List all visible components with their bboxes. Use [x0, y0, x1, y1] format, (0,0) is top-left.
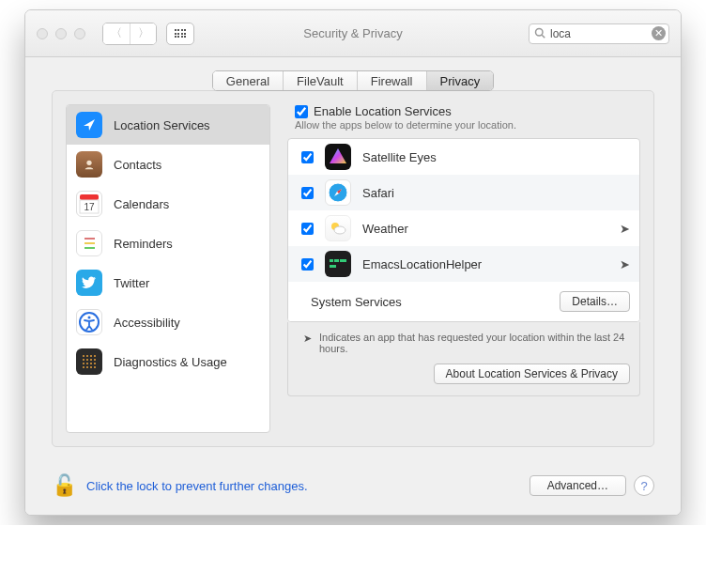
enable-location-subtext: Allow the apps below to determine your l…	[287, 119, 640, 138]
tabs: General FileVault Firewall Privacy	[52, 70, 654, 91]
svg-point-14	[94, 355, 96, 357]
about-button[interactable]: About Location Services & Privacy	[434, 364, 630, 384]
details-button[interactable]: Details…	[560, 291, 630, 312]
advanced-button[interactable]: Advanced…	[530, 475, 626, 496]
forward-button[interactable]: 〉	[130, 23, 156, 44]
grid-icon	[175, 29, 187, 38]
close-button[interactable]	[37, 28, 48, 39]
sidebar-item-location-services[interactable]: Location Services	[67, 105, 269, 145]
sidebar-item-diagnostics[interactable]: Diagnostics & Usage	[67, 342, 269, 381]
enable-location-row: Enable Location Services	[287, 104, 640, 119]
sidebar-item-reminders[interactable]: Reminders	[67, 224, 269, 263]
svg-point-15	[83, 359, 84, 361]
footer: 🔓 Click the lock to prevent further chan…	[25, 464, 681, 515]
safari-icon	[325, 179, 351, 206]
sidebar-item-label: Calendars	[114, 197, 169, 211]
clear-search-button[interactable]: ✕	[652, 26, 666, 40]
system-services-row: System Services Details…	[288, 282, 639, 321]
sidebar-item-label: Twitter	[114, 276, 149, 290]
search-field-wrap: ✕	[529, 23, 669, 44]
app-list: Satellite Eyes Safari We	[287, 138, 640, 322]
location-arrow-icon: ➤	[620, 257, 630, 271]
svg-point-2	[86, 161, 91, 165]
tab-filevault[interactable]: FileVault	[283, 71, 357, 90]
sidebar-item-accessibility[interactable]: Accessibility	[67, 302, 269, 342]
svg-point-19	[83, 363, 84, 364]
system-services-label: System Services	[311, 295, 402, 309]
svg-rect-3	[80, 194, 99, 200]
accessibility-icon	[76, 309, 102, 335]
svg-point-13	[90, 355, 92, 357]
svg-point-34	[334, 226, 345, 234]
minimize-button[interactable]	[55, 28, 67, 39]
svg-line-1	[542, 35, 545, 38]
tab-privacy[interactable]: Privacy	[426, 71, 494, 90]
enable-location-checkbox[interactable]	[295, 105, 308, 118]
lock-text: Click the lock to prevent further change…	[86, 479, 308, 493]
svg-point-12	[86, 355, 88, 357]
app-row: Satellite Eyes	[288, 139, 639, 175]
tab-firewall[interactable]: Firewall	[357, 71, 426, 90]
lock-icon: 🔓	[52, 473, 77, 498]
sidebar-item-contacts[interactable]: Contacts	[67, 145, 269, 184]
svg-point-21	[90, 363, 92, 364]
svg-rect-38	[330, 265, 336, 268]
app-checkbox[interactable]	[301, 151, 314, 163]
window-controls	[37, 28, 85, 39]
svg-point-23	[83, 366, 84, 368]
location-arrow-icon: ➤	[303, 333, 312, 354]
sidebar-item-label: Contacts	[114, 158, 161, 172]
sidebar-item-label: Diagnostics & Usage	[114, 355, 227, 369]
emacs-location-helper-icon	[325, 251, 351, 277]
app-checkbox[interactable]	[301, 223, 314, 235]
content-area: Enable Location Services Allow the apps …	[287, 104, 640, 433]
app-name: Weather	[362, 222, 608, 236]
back-button[interactable]: 〈	[103, 23, 130, 44]
note-text: Indicates an app that has requested your…	[319, 332, 630, 354]
search-icon	[534, 27, 545, 39]
privacy-sidebar: Location Services Contacts 17 Calendars	[66, 104, 270, 433]
help-button[interactable]: ?	[634, 475, 654, 496]
diagnostics-icon	[76, 348, 102, 375]
svg-rect-35	[330, 259, 333, 262]
sidebar-item-twitter[interactable]: Twitter	[67, 263, 269, 302]
svg-point-16	[86, 359, 88, 361]
twitter-icon	[76, 270, 102, 296]
svg-point-22	[94, 363, 96, 364]
svg-point-17	[90, 359, 92, 361]
svg-marker-28	[330, 148, 346, 163]
location-icon	[76, 112, 102, 138]
show-all-button[interactable]	[166, 23, 194, 45]
nav-back-forward: 〈 〉	[102, 23, 157, 45]
app-name: Safari	[362, 186, 630, 200]
svg-point-10	[88, 317, 91, 319]
app-checkbox[interactable]	[301, 258, 314, 271]
svg-rect-36	[334, 259, 339, 262]
zoom-button[interactable]	[74, 28, 85, 39]
app-checkbox[interactable]	[301, 187, 314, 199]
svg-rect-37	[340, 259, 346, 262]
svg-text:17: 17	[84, 202, 95, 212]
svg-point-26	[94, 366, 96, 368]
search-input[interactable]	[529, 23, 669, 44]
svg-point-20	[86, 363, 88, 364]
tab-general[interactable]: General	[213, 71, 283, 90]
svg-point-25	[90, 366, 92, 368]
lock-row[interactable]: 🔓 Click the lock to prevent further chan…	[52, 473, 308, 498]
app-row: Safari	[288, 175, 639, 210]
privacy-panel: Location Services Contacts 17 Calendars	[52, 90, 654, 447]
sidebar-item-label: Location Services	[114, 118, 210, 132]
reminders-icon	[76, 230, 102, 256]
sidebar-item-label: Accessibility	[114, 316, 180, 330]
app-row: Weather ➤	[288, 210, 639, 246]
weather-icon	[325, 215, 351, 241]
prefs-window: 〈 〉 Security & Privacy ✕ General FileVau…	[24, 9, 682, 516]
svg-point-0	[536, 28, 544, 36]
sidebar-item-calendars[interactable]: 17 Calendars	[67, 184, 269, 224]
titlebar: 〈 〉 Security & Privacy ✕	[25, 10, 681, 57]
svg-point-24	[86, 366, 88, 368]
chevron-left-icon: 〈	[111, 25, 122, 41]
satellite-eyes-icon	[325, 144, 351, 170]
body: General FileVault Firewall Privacy Locat…	[25, 57, 681, 464]
app-row: EmacsLocationHelper ➤	[288, 246, 639, 282]
